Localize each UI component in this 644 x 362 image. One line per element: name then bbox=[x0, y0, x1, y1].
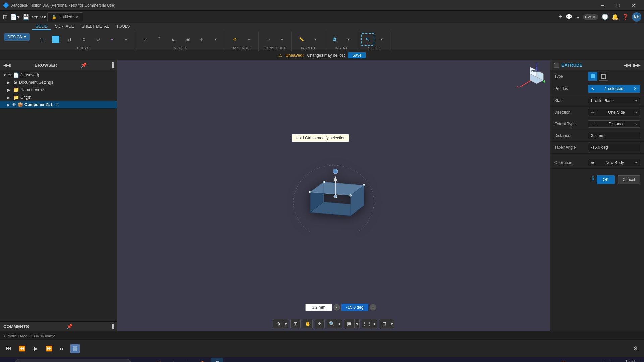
tree-item-root[interactable]: ▼ 👁 📄 (Unsaved) bbox=[0, 71, 117, 79]
maximize-button[interactable]: □ bbox=[610, 0, 626, 11]
extent-dropdown[interactable]: ⊣⊢ Distance ▾ bbox=[588, 120, 640, 128]
clock-icon[interactable]: 🕐 bbox=[602, 14, 608, 20]
plane-button[interactable]: ▭ bbox=[261, 33, 275, 46]
revolve-button[interactable]: ◑ bbox=[63, 33, 76, 46]
select-more-button[interactable]: ▾ bbox=[375, 33, 388, 46]
tab-close-button[interactable]: ✕ bbox=[76, 15, 78, 19]
inspect-more-button[interactable]: ▾ bbox=[309, 33, 322, 46]
hole-button[interactable]: ✦ bbox=[105, 33, 119, 46]
eye-icon-comp1[interactable]: 👁 bbox=[12, 102, 16, 107]
skip-end-button[interactable]: ⏭ bbox=[57, 343, 68, 354]
tools-tab[interactable]: TOOLS bbox=[113, 23, 133, 30]
panel-collapse-icon[interactable]: ◀◀ bbox=[624, 62, 631, 68]
construct-more-button[interactable]: ▾ bbox=[275, 33, 289, 46]
redo-btn[interactable]: ↪▾ bbox=[40, 14, 46, 20]
taper-field[interactable]: -15.0 deg bbox=[588, 144, 640, 151]
distance-input[interactable] bbox=[305, 304, 332, 311]
undo-btn[interactable]: ↩▾ bbox=[31, 14, 38, 20]
tree-item-component1[interactable]: ▶ 👁 📦 Component1:1 ⊙ bbox=[0, 101, 117, 108]
new-component-button[interactable]: ⬚ bbox=[35, 33, 48, 46]
eye-icon-root[interactable]: 👁 bbox=[8, 73, 12, 77]
grid-dropdown[interactable]: ▾ bbox=[372, 319, 377, 328]
extrude-button[interactable] bbox=[49, 33, 62, 46]
split-button[interactable]: ✛ bbox=[195, 33, 208, 46]
browser-button[interactable]: C bbox=[196, 358, 208, 362]
close-button[interactable]: ✕ bbox=[626, 0, 641, 11]
timeline-item-1[interactable] bbox=[70, 344, 80, 353]
snap-dropdown[interactable]: ▾ bbox=[283, 319, 288, 328]
save-btn[interactable]: 💾 bbox=[22, 14, 29, 20]
play-button[interactable]: ▶ bbox=[30, 343, 41, 354]
angle-options-button[interactable]: ⋮ bbox=[370, 304, 376, 311]
tree-item-named-views[interactable]: ▶ 📁 Named Views bbox=[0, 86, 117, 94]
snap-button[interactable]: ⊕ bbox=[273, 319, 283, 328]
system-clock[interactable]: 16:39 05/07/2021 bbox=[616, 359, 635, 362]
profiles-clear-button[interactable]: ✕ bbox=[634, 86, 637, 91]
look-at-button[interactable]: 🔍 bbox=[327, 319, 337, 328]
comments-pin[interactable]: 📌 bbox=[67, 324, 72, 329]
help-icon[interactable]: ❓ bbox=[622, 14, 629, 20]
grid-toggle[interactable]: ⊞ bbox=[290, 319, 301, 328]
view-cube[interactable]: Y X Z FRONT bbox=[513, 64, 547, 90]
doc-tab[interactable]: 🔒 Untitled* ✕ bbox=[47, 12, 83, 22]
cancel-button[interactable]: Cancel bbox=[618, 175, 640, 184]
sheet-metal-tab[interactable]: SHEET METAL bbox=[78, 23, 112, 30]
start-dropdown[interactable]: Profile Plane ▾ bbox=[588, 97, 640, 104]
distance-options-button[interactable]: ⋮ bbox=[333, 304, 340, 311]
pin-icon[interactable]: 📌 bbox=[81, 62, 87, 68]
bell-icon[interactable]: 🔔 bbox=[612, 14, 619, 20]
file-menu[interactable]: 📄▾ bbox=[10, 14, 20, 20]
canvas-area[interactable]: Hold Ctrl to modify selection ⋮ ⋮ Y X Z bbox=[117, 60, 550, 331]
solid-type-button[interactable] bbox=[588, 72, 597, 81]
step-forward-button[interactable]: ⏩ bbox=[44, 343, 54, 354]
viewport-dropdown[interactable]: ▾ bbox=[389, 319, 394, 328]
solid-tab[interactable]: SOLID bbox=[32, 23, 51, 30]
loft-button[interactable]: ⬡ bbox=[91, 33, 105, 46]
sweep-button[interactable]: ⊙ bbox=[77, 33, 91, 46]
design-button[interactable]: DESIGN ▾ bbox=[4, 33, 30, 41]
fillet-button[interactable]: ⌒ bbox=[153, 33, 166, 46]
viewport-button[interactable]: ⊟ bbox=[379, 319, 389, 328]
file-explorer-button[interactable]: 📁 bbox=[152, 358, 164, 362]
modify-more-button[interactable]: ▾ bbox=[209, 33, 222, 46]
save-button[interactable]: Save bbox=[348, 52, 365, 58]
autodesk-button[interactable]: F bbox=[211, 358, 223, 362]
comment-icon[interactable]: 💬 bbox=[566, 14, 572, 20]
timeline-settings-button[interactable]: ⚙ bbox=[630, 343, 641, 354]
skip-start-button[interactable]: ⏮ bbox=[3, 343, 14, 354]
info-button[interactable]: ℹ bbox=[592, 175, 594, 184]
start-menu-button[interactable]: ⊞ bbox=[2, 359, 12, 362]
orbit-button[interactable]: ✋ bbox=[303, 319, 313, 328]
collapse-icon[interactable]: ◀◀ bbox=[3, 62, 11, 68]
add-tab-button[interactable]: + bbox=[559, 13, 562, 20]
windows-search-bar[interactable]: 🔍 Type here to search bbox=[14, 359, 132, 362]
step-back-button[interactable]: ⏪ bbox=[17, 343, 28, 354]
minimize-button[interactable]: ─ bbox=[595, 0, 610, 11]
select-button[interactable]: ↖ bbox=[361, 33, 374, 46]
pan-button[interactable]: ✥ bbox=[315, 319, 325, 328]
browser-menu-icon[interactable]: ▐ bbox=[110, 62, 114, 68]
surface-type-button[interactable] bbox=[599, 72, 608, 81]
panel-pin-icon[interactable]: ▶▶ bbox=[633, 62, 641, 68]
direction-dropdown[interactable]: ⊣⊢ One Side ▾ bbox=[588, 109, 640, 116]
tree-item-origin[interactable]: ▶ 📁 Origin bbox=[0, 94, 117, 101]
user-avatar[interactable]: KH bbox=[632, 12, 641, 22]
ok-button[interactable]: OK bbox=[597, 175, 614, 184]
settings-button[interactable]: ⚙ bbox=[167, 358, 179, 362]
look-dropdown[interactable]: ▾ bbox=[337, 319, 342, 328]
insert-more-button[interactable]: ▾ bbox=[342, 33, 355, 46]
task-view-button[interactable]: ⊡ bbox=[137, 358, 149, 362]
joint-button[interactable]: ⚙ bbox=[228, 33, 241, 46]
surface-tab[interactable]: SURFACE bbox=[52, 23, 77, 30]
3d-viewport[interactable] bbox=[283, 159, 384, 233]
comments-menu[interactable]: ▐ bbox=[110, 324, 114, 329]
assemble-more-button[interactable]: ▾ bbox=[242, 33, 256, 46]
create-more-button[interactable]: ▾ bbox=[119, 33, 133, 46]
chamfer-button[interactable]: ◣ bbox=[167, 33, 180, 46]
tree-item-doc-settings[interactable]: ▶ ⚙ Document Settings bbox=[0, 79, 117, 86]
measure-button[interactable]: 📏 bbox=[294, 33, 308, 46]
explorer-button[interactable]: 🗂 bbox=[181, 358, 194, 362]
display-button[interactable]: ▣ bbox=[344, 319, 354, 328]
edge-button[interactable]: e bbox=[226, 358, 238, 362]
canvas-button[interactable]: 🖼 bbox=[328, 33, 341, 46]
